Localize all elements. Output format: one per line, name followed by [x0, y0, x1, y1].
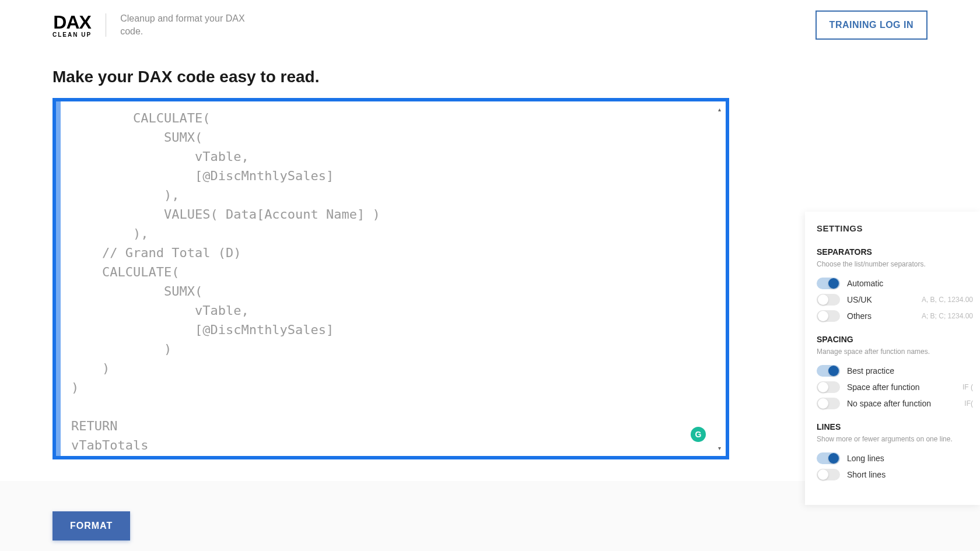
- toggle-best-practice[interactable]: Best practice: [817, 363, 980, 379]
- tagline: Cleanup and format your DAX code.: [120, 12, 260, 38]
- toggle-switch[interactable]: [817, 452, 840, 464]
- header-divider: [106, 13, 106, 37]
- toggle-label: Automatic: [847, 279, 883, 288]
- editor-gutter: [56, 101, 61, 456]
- toggle-short-lines[interactable]: Short lines: [817, 466, 980, 483]
- separators-title: SEPARATORS: [817, 247, 980, 257]
- spacing-section: SPACING Manage space after function name…: [817, 335, 980, 412]
- spacing-title: SPACING: [817, 335, 980, 344]
- toggle-hint: A, B, C, 1234.00: [922, 296, 973, 304]
- logo[interactable]: DAX CLEAN UP: [52, 13, 92, 38]
- scroll-down-icon[interactable]: ▾: [718, 445, 721, 451]
- toggle-switch[interactable]: [817, 381, 840, 393]
- toggle-hint: A; B; C; 1234.00: [922, 312, 973, 320]
- editor-content[interactable]: CALCULATE( SUMX( vTable, [@DiscMnthlySal…: [61, 101, 726, 456]
- toggle-label: Long lines: [847, 454, 884, 463]
- toggle-usuk[interactable]: US/UK A, B, C, 1234.00: [817, 292, 980, 308]
- grammarly-status-badge[interactable]: G: [691, 427, 706, 442]
- settings-panel: SETTINGS SEPARATORS Choose the list/numb…: [805, 212, 980, 505]
- page-title: Make your DAX code easy to read.: [0, 50, 980, 98]
- lines-title: LINES: [817, 422, 980, 431]
- settings-title: SETTINGS: [817, 223, 980, 233]
- toggle-label: Short lines: [847, 470, 886, 479]
- toggle-label: Others: [847, 311, 872, 321]
- toggle-long-lines[interactable]: Long lines: [817, 450, 980, 466]
- separators-section: SEPARATORS Choose the list/number separa…: [817, 247, 980, 324]
- code-editor[interactable]: CALCULATE( SUMX( vTable, [@DiscMnthlySal…: [52, 98, 729, 459]
- lines-section: LINES Show more or fewer arguments on on…: [817, 422, 980, 483]
- toggle-switch[interactable]: [817, 294, 840, 306]
- toggle-switch[interactable]: [817, 365, 840, 377]
- toggle-automatic[interactable]: Automatic: [817, 275, 980, 292]
- toggle-switch[interactable]: [817, 310, 840, 322]
- toggle-switch[interactable]: [817, 398, 840, 409]
- toggle-space-after[interactable]: Space after function IF (: [817, 379, 980, 395]
- header: DAX CLEAN UP Cleanup and format your DAX…: [0, 0, 980, 50]
- toggle-label: Space after function: [847, 382, 920, 392]
- logo-sub-text: CLEAN UP: [52, 31, 92, 38]
- main-area: CALCULATE( SUMX( vTable, [@DiscMnthlySal…: [0, 98, 980, 459]
- footer: FORMAT: [52, 511, 130, 541]
- toggle-label: No space after function: [847, 399, 931, 408]
- separators-desc: Choose the list/number separators.: [817, 260, 980, 268]
- format-button[interactable]: FORMAT: [52, 511, 130, 541]
- training-login-button[interactable]: TRAINING LOG IN: [816, 10, 928, 40]
- header-left: DAX CLEAN UP Cleanup and format your DAX…: [52, 12, 260, 38]
- toggle-others[interactable]: Others A; B; C; 1234.00: [817, 308, 980, 324]
- toggle-hint: IF (: [963, 383, 973, 391]
- lines-desc: Show more or fewer arguments on one line…: [817, 435, 980, 443]
- toggle-no-space-after[interactable]: No space after function IF(: [817, 395, 980, 412]
- logo-main-text: DAX: [53, 13, 91, 31]
- toggle-switch[interactable]: [817, 469, 840, 480]
- scroll-up-icon[interactable]: ▴: [718, 106, 721, 113]
- spacing-desc: Manage space after function names.: [817, 348, 980, 356]
- toggle-label: US/UK: [847, 295, 872, 304]
- toggle-label: Best practice: [847, 366, 894, 375]
- toggle-hint: IF(: [964, 399, 973, 408]
- toggle-switch[interactable]: [817, 278, 840, 289]
